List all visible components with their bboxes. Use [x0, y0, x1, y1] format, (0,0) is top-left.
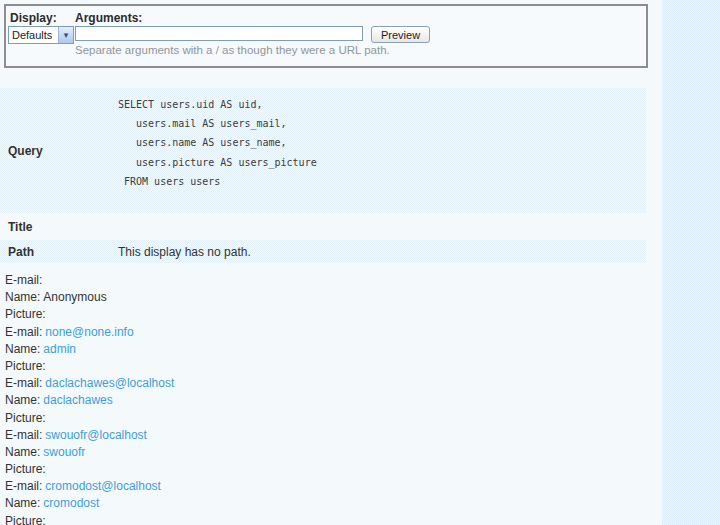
result-field-row: Picture:	[0, 461, 660, 478]
user-link[interactable]: none@none.info	[45, 325, 133, 339]
result-field-label: Name:	[5, 342, 40, 356]
preview-button[interactable]: Preview	[371, 26, 430, 43]
preview-arguments-fieldset: Display: Defaults ▾ Arguments: Preview S…	[4, 4, 648, 68]
arguments-input[interactable]	[75, 26, 363, 41]
preview-results: E-mail: Name:Anonymous Picture: E-mail:n…	[0, 272, 660, 525]
display-label: Display:	[10, 11, 57, 25]
result-field-row: E-mail:swouofr@localhost	[0, 427, 660, 444]
result-field-label: Picture:	[5, 462, 46, 476]
result-field-row: Picture:	[0, 410, 660, 427]
chevron-down-icon: ▾	[58, 27, 73, 43]
result-field-label: Picture:	[5, 359, 46, 373]
user-link[interactable]: daclachawes@localhost	[45, 376, 174, 390]
query-label: Query	[8, 144, 43, 158]
result-field-label: E-mail:	[5, 479, 42, 493]
result-field-row: Name:swouofr	[0, 444, 660, 461]
result-field-row: Name:Anonymous	[0, 289, 660, 306]
result-field-label: E-mail:	[5, 428, 42, 442]
result-field-label: Name:	[5, 445, 40, 459]
result-field-row: Picture:	[0, 306, 660, 323]
result-field-row: E-mail:none@none.info	[0, 324, 660, 341]
result-field-label: Name:	[5, 290, 40, 304]
display-select-value: Defaults	[9, 27, 58, 43]
result-field-row: Name:daclachawes	[0, 392, 660, 409]
path-label: Path	[8, 245, 34, 259]
result-field-label: Name:	[5, 393, 40, 407]
arguments-help-text: Separate arguments with a / as though th…	[75, 44, 390, 56]
result-field-row: E-mail:cromodost@localhost	[0, 478, 660, 495]
query-sql: SELECT users.uid AS uid, users.mail AS u…	[118, 95, 317, 191]
path-value: This display has no path.	[118, 245, 251, 259]
result-field-label: Picture:	[5, 411, 46, 425]
path-row: Path This display has no path.	[0, 240, 646, 263]
result-field-row: Picture:	[0, 358, 660, 375]
user-link[interactable]: admin	[43, 342, 76, 356]
query-row: Query SELECT users.uid AS uid, users.mai…	[0, 88, 646, 213]
user-link[interactable]: daclachawes	[43, 393, 112, 407]
user-link[interactable]: cromodost@localhost	[45, 479, 161, 493]
result-field-value: Anonymous	[43, 290, 106, 304]
result-field-label: Name:	[5, 496, 40, 510]
user-link[interactable]: swouofr	[43, 445, 85, 459]
user-link[interactable]: swouofr@localhost	[45, 428, 147, 442]
result-field-row: Name:cromodost	[0, 495, 660, 512]
arguments-label: Arguments:	[75, 11, 142, 25]
preview-info-table: Query SELECT users.uid AS uid, users.mai…	[0, 88, 646, 263]
display-select[interactable]: Defaults ▾	[8, 26, 74, 44]
user-link[interactable]: cromodost	[43, 496, 99, 510]
result-field-row: E-mail:daclachawes@localhost	[0, 375, 660, 392]
result-field-row: Name:admin	[0, 341, 660, 358]
result-field-label: Picture:	[5, 514, 46, 525]
page-background-rail	[662, 0, 720, 525]
result-field-row: E-mail:	[0, 272, 660, 289]
result-field-label: E-mail:	[5, 325, 42, 339]
result-field-row: Picture:	[0, 513, 660, 525]
result-field-label: E-mail:	[5, 376, 42, 390]
result-field-label: Picture:	[5, 307, 46, 321]
result-field-label: E-mail:	[5, 273, 42, 287]
title-label: Title	[8, 220, 32, 234]
title-row: Title	[0, 213, 646, 240]
